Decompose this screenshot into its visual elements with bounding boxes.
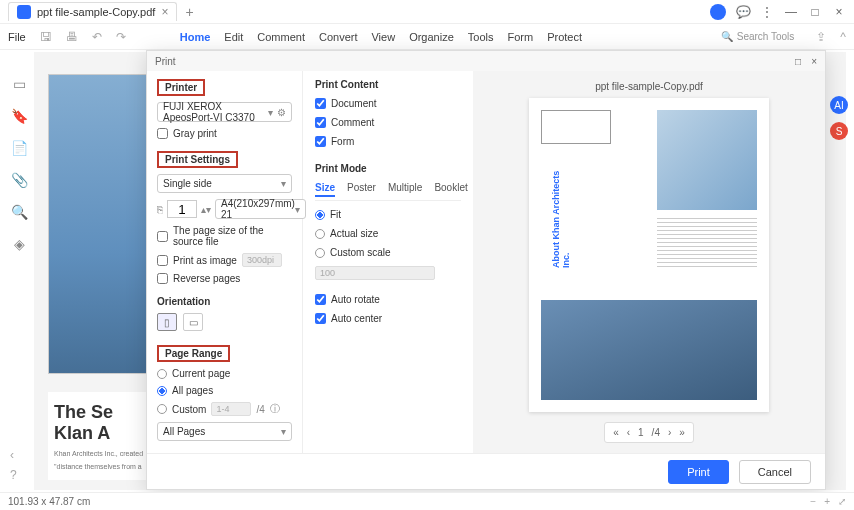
preview-pager: « ‹ 1/4 › » bbox=[604, 422, 694, 443]
range-current-radio[interactable]: Current page bbox=[157, 368, 292, 379]
close-window-icon[interactable]: × bbox=[832, 5, 846, 19]
actual-size-radio[interactable]: Actual size bbox=[315, 228, 461, 239]
pager-last-icon[interactable]: » bbox=[679, 427, 685, 438]
tab-home[interactable]: Home bbox=[180, 31, 211, 43]
share-icon[interactable]: ⇪ bbox=[816, 30, 826, 44]
undo-icon[interactable]: ↶ bbox=[92, 30, 102, 44]
printer-settings-icon[interactable]: ⚙ bbox=[277, 107, 286, 118]
menu-icon[interactable]: ⋮ bbox=[760, 5, 774, 19]
dialog-maximize-icon[interactable]: □ bbox=[795, 56, 801, 67]
tab-organize[interactable]: Organize bbox=[409, 31, 454, 43]
content-comment-checkbox[interactable]: Comment bbox=[315, 117, 461, 128]
save-icon[interactable]: 🖫 bbox=[40, 30, 52, 44]
printer-name: FUJI XEROX ApeosPort-VI C3370 bbox=[163, 101, 268, 123]
document-tab[interactable]: ppt file-sample-Copy.pdf × bbox=[8, 2, 177, 21]
print-button[interactable]: Print bbox=[668, 460, 729, 484]
all-pages-select[interactable]: All Pages▾ bbox=[157, 422, 292, 441]
cancel-button[interactable]: Cancel bbox=[739, 460, 811, 484]
tab-edit[interactable]: Edit bbox=[224, 31, 243, 43]
pager-next-icon[interactable]: › bbox=[668, 427, 671, 438]
tab-form[interactable]: Form bbox=[507, 31, 533, 43]
source-size-checkbox[interactable]: The page size of the source file bbox=[157, 225, 292, 247]
help-icon[interactable]: ? bbox=[10, 468, 17, 482]
ai-tool-icon[interactable]: AI bbox=[830, 96, 848, 114]
close-icon[interactable]: × bbox=[161, 5, 168, 19]
print-mode-label: Print Mode bbox=[315, 163, 461, 174]
bookmark-icon[interactable]: 🔖 bbox=[11, 108, 28, 124]
range-custom-radio[interactable]: Custom 1-4 /4 ⓘ bbox=[157, 402, 292, 416]
content-document-checkbox[interactable]: Document bbox=[315, 98, 461, 109]
search-tools[interactable]: 🔍 Search Tools bbox=[721, 31, 795, 42]
pager-prev-icon[interactable]: ‹ bbox=[627, 427, 630, 438]
stamp-tool-icon[interactable]: S bbox=[830, 122, 848, 140]
orientation-portrait[interactable]: ▯ bbox=[157, 313, 177, 331]
chat-icon[interactable]: 💬 bbox=[736, 5, 750, 19]
tab-tools[interactable]: Tools bbox=[468, 31, 494, 43]
mode-tab-poster[interactable]: Poster bbox=[347, 182, 376, 197]
redo-icon[interactable]: ↷ bbox=[116, 30, 126, 44]
fit-radio[interactable]: Fit bbox=[315, 209, 461, 220]
magnify-icon[interactable]: 🔍 bbox=[11, 204, 28, 220]
status-bar: 101.93 x 47.87 cm − + ⤢ bbox=[0, 492, 854, 510]
tab-convert[interactable]: Convert bbox=[319, 31, 358, 43]
scale-slider: 100 bbox=[315, 266, 435, 280]
reverse-pages-checkbox[interactable]: Reverse pages bbox=[157, 273, 292, 284]
print-content-label: Print Content bbox=[315, 79, 461, 90]
zoom-in-icon[interactable]: + bbox=[824, 496, 830, 507]
paper-select[interactable]: A4(210x297mm) 21▾ bbox=[215, 199, 306, 219]
dialog-header: Print □ × bbox=[147, 51, 825, 71]
preview-page: About Khan Architects Inc. bbox=[529, 98, 769, 412]
auto-rotate-checkbox[interactable]: Auto rotate bbox=[315, 294, 461, 305]
attach-icon[interactable]: 📎 bbox=[11, 172, 28, 188]
chevron-down-icon: ▾ bbox=[281, 178, 286, 189]
user-avatar-icon[interactable] bbox=[710, 4, 726, 20]
content-form-checkbox[interactable]: Form bbox=[315, 136, 461, 147]
sides-select[interactable]: Single side▾ bbox=[157, 174, 292, 193]
note-icon[interactable]: 📄 bbox=[11, 140, 28, 156]
maximize-icon[interactable]: □ bbox=[808, 5, 822, 19]
collapse-left-icon[interactable]: ‹ bbox=[10, 448, 14, 462]
layers-icon[interactable]: ◈ bbox=[14, 236, 25, 252]
preview-filename: ppt file-sample-Copy.pdf bbox=[595, 81, 703, 92]
printer-select[interactable]: FUJI XEROX ApeosPort-VI C3370 ▾ ⚙ bbox=[157, 102, 292, 122]
orientation-landscape[interactable]: ▭ bbox=[183, 313, 203, 331]
range-all-radio[interactable]: All pages bbox=[157, 385, 292, 396]
info-icon[interactable]: ⓘ bbox=[270, 402, 280, 416]
stepper-buttons[interactable]: ▴▾ bbox=[201, 204, 211, 215]
tab-view[interactable]: View bbox=[371, 31, 395, 43]
print-icon[interactable]: 🖶 bbox=[66, 30, 78, 44]
preview-header-block bbox=[541, 110, 611, 144]
mode-tab-size[interactable]: Size bbox=[315, 182, 335, 197]
mode-tab-booklet[interactable]: Booklet bbox=[434, 182, 467, 197]
dialog-close-icon[interactable]: × bbox=[811, 56, 817, 67]
preview-side-text: About Khan Architects Inc. bbox=[551, 158, 569, 268]
gray-print-checkbox[interactable]: Gray print bbox=[157, 128, 292, 139]
collapse-icon[interactable]: ^ bbox=[840, 30, 846, 44]
copies-input[interactable] bbox=[167, 200, 197, 218]
menu-bar: File 🖫 🖶 ↶ ↷ Home Edit Comment Convert V… bbox=[0, 24, 854, 50]
tab-protect[interactable]: Protect bbox=[547, 31, 582, 43]
add-tab-button[interactable]: + bbox=[185, 4, 193, 20]
custom-range-input: 1-4 bbox=[211, 402, 251, 416]
page-icon[interactable]: ▭ bbox=[13, 76, 26, 92]
zoom-out-icon[interactable]: − bbox=[810, 496, 816, 507]
custom-scale-radio[interactable]: Custom scale bbox=[315, 247, 461, 258]
file-menu[interactable]: File bbox=[8, 31, 26, 43]
print-as-image-checkbox[interactable]: Print as image 300dpi bbox=[157, 253, 292, 267]
title-bar: ppt file-sample-Copy.pdf × + 💬 ⋮ — □ × bbox=[0, 0, 854, 24]
mode-tabs: Size Poster Multiple Booklet bbox=[315, 182, 461, 201]
mode-tab-multiple[interactable]: Multiple bbox=[388, 182, 422, 197]
pager-current: 1 bbox=[638, 427, 644, 438]
pager-total: /4 bbox=[652, 427, 660, 438]
print-dialog: Print □ × Printer FUJI XEROX ApeosPort-V… bbox=[146, 50, 826, 490]
pager-first-icon[interactable]: « bbox=[613, 427, 619, 438]
auto-center-checkbox[interactable]: Auto center bbox=[315, 313, 461, 324]
fit-width-icon[interactable]: ⤢ bbox=[838, 496, 846, 507]
page-range-section-label: Page Range bbox=[157, 345, 230, 362]
printer-section-label: Printer bbox=[157, 79, 205, 96]
document-page bbox=[48, 74, 150, 374]
minimize-icon[interactable]: — bbox=[784, 5, 798, 19]
search-placeholder: Search Tools bbox=[737, 31, 795, 42]
tab-comment[interactable]: Comment bbox=[257, 31, 305, 43]
preview-image-1 bbox=[657, 110, 757, 210]
